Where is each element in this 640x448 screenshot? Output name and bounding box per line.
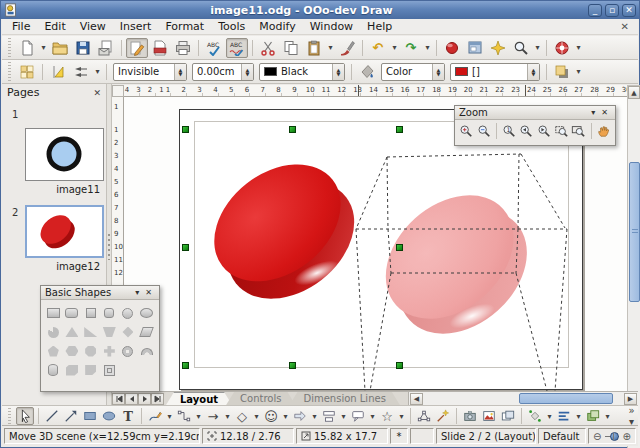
print-button[interactable] — [172, 38, 194, 58]
zoom-button[interactable] — [510, 38, 532, 58]
page-thumbnail-2-selected[interactable] — [25, 205, 104, 258]
insert-from-file-button[interactable] — [480, 407, 498, 425]
zoom-palette[interactable]: Zoom ▾ ✕ 1 — [454, 105, 616, 146]
flowchart-button[interactable] — [320, 407, 338, 425]
scroll-up-button[interactable]: ▲ — [628, 86, 640, 99]
zoom-dropdown-arrow[interactable]: ▾ — [533, 43, 542, 52]
gallery-button[interactable] — [487, 38, 509, 58]
curve-tool-button[interactable] — [146, 407, 164, 425]
text-tool-button[interactable]: T — [119, 407, 137, 425]
redo-button[interactable]: ↷ — [400, 38, 422, 58]
new-document-button[interactable] — [16, 38, 38, 58]
menu-help[interactable]: Help — [361, 19, 398, 34]
toolbar-grip[interactable] — [6, 38, 13, 56]
octagon-shape-button[interactable] — [82, 343, 99, 359]
hexagon-shape-button[interactable] — [64, 343, 81, 359]
toolbar-grip[interactable] — [6, 62, 13, 80]
toolbar-overflow-chevron[interactable]: »▾ — [627, 405, 636, 427]
line-dialog-button[interactable] — [47, 62, 69, 82]
tab-layout[interactable]: Layout — [166, 392, 232, 405]
zoom-page-button[interactable] — [553, 122, 569, 140]
pentagon-shape-button[interactable] — [45, 343, 62, 359]
save-button[interactable] — [72, 38, 94, 58]
menu-format[interactable]: Format — [159, 19, 210, 34]
alignment-dropdown[interactable]: ▾ — [574, 412, 583, 421]
zoom-page-width-button[interactable] — [570, 122, 586, 140]
cut-button[interactable] — [257, 38, 279, 58]
horizontal-scrollbar[interactable]: ◀ ▶ — [408, 392, 638, 405]
selection-handle-nw[interactable] — [182, 126, 189, 133]
tab-dimension-lines[interactable]: Dimension Lines — [289, 392, 399, 405]
open-button[interactable] — [49, 38, 71, 58]
line-style-combo[interactable]: Invisible ▲▼ — [113, 63, 187, 81]
maximize-button[interactable]: ▫ — [605, 4, 619, 17]
zoom-100-button[interactable]: 1 — [501, 122, 517, 140]
block-arc-shape-button[interactable] — [138, 343, 155, 359]
menu-insert[interactable]: Insert — [114, 19, 158, 34]
next-page-button[interactable] — [138, 393, 151, 405]
line-color-combo[interactable]: Black ▲▼ — [259, 63, 345, 81]
previous-page-button[interactable] — [125, 393, 138, 405]
connector-tool-button[interactable] — [175, 407, 193, 425]
menu-tools[interactable]: Tools — [212, 19, 251, 34]
glue-points-button[interactable] — [434, 407, 452, 425]
styles-button[interactable] — [16, 62, 38, 82]
menu-modify[interactable]: Modify — [253, 19, 301, 34]
fill-type-spinner[interactable]: ▲▼ — [432, 64, 444, 80]
edit-points-button[interactable] — [415, 407, 433, 425]
selection-handle-ne[interactable] — [396, 126, 403, 133]
copy-button[interactable] — [280, 38, 302, 58]
symbol-shapes-dropdown[interactable]: ▾ — [281, 412, 290, 421]
selection-handle-sw[interactable] — [182, 362, 189, 369]
last-page-button[interactable] — [151, 393, 164, 405]
shadow-button[interactable] — [551, 62, 573, 82]
symbol-shapes-button[interactable]: ☺ — [262, 407, 280, 425]
zoom-plus-icon[interactable]: ⊕ — [623, 431, 631, 442]
redo-dropdown-arrow[interactable]: ▾ — [423, 43, 432, 52]
right-triangle-shape-button[interactable] — [82, 324, 99, 340]
ring-shape-button[interactable] — [120, 343, 137, 359]
selection-handle-s[interactable] — [289, 362, 296, 369]
toolbar-overflow-arrow[interactable]: ▾ — [574, 67, 583, 76]
new-dropdown-arrow[interactable]: ▾ — [39, 43, 48, 52]
title-bar[interactable]: image11.odg - OOo-dev Draw _ ▫ ✕ — [1, 1, 639, 19]
menu-view[interactable]: View — [74, 19, 112, 34]
callouts-dropdown[interactable]: ▾ — [368, 412, 377, 421]
diamond-shape-button[interactable] — [120, 324, 137, 340]
paste-dropdown-arrow[interactable]: ▾ — [326, 43, 335, 52]
zoom-palette-titlebar[interactable]: Zoom ▾ ✕ — [455, 106, 615, 120]
rounded-square-shape-button[interactable] — [101, 305, 118, 321]
gallery-window-button[interactable] — [499, 407, 517, 425]
fill-type-combo[interactable]: Color ▲▼ — [381, 63, 445, 81]
line-width-spinner[interactable]: ▲▼ — [241, 64, 253, 80]
page-thumbnail-1[interactable] — [25, 128, 104, 181]
stars-dropdown[interactable]: ▾ — [397, 412, 406, 421]
arrange-dropdown[interactable]: ▾ — [603, 412, 612, 421]
vertical-scroll-thumb[interactable] — [629, 162, 640, 302]
line-style-spinner[interactable]: ▲▼ — [174, 64, 186, 80]
lines-arrows-button[interactable]: → — [204, 407, 222, 425]
arrow-style-dropdown[interactable]: ▾ — [93, 67, 102, 76]
pan-button[interactable] — [596, 122, 612, 140]
ellipse-tool-button[interactable] — [100, 407, 118, 425]
h-ruler[interactable]: 4321123456789101112131415161718192021222… — [124, 85, 627, 97]
zoom-minus-icon[interactable]: ⊖ — [593, 431, 601, 442]
insert-picture-button[interactable] — [461, 407, 479, 425]
block-arrows-dropdown[interactable]: ▾ — [310, 412, 319, 421]
basic-shapes-palette[interactable]: Basic Shapes ▾ ✕ — [40, 285, 160, 392]
line-tool-button[interactable] — [43, 407, 61, 425]
zoom-out-button[interactable] — [475, 122, 491, 140]
selection-handle-n[interactable] — [289, 126, 296, 133]
edit-file-button[interactable] — [126, 38, 148, 58]
circle-pie-shape-button[interactable] — [45, 324, 62, 340]
zoom-slider-track[interactable] — [605, 432, 618, 441]
minimize-button[interactable]: _ — [588, 4, 602, 17]
area-dialog-button[interactable] — [356, 62, 378, 82]
zoom-previous-button[interactable] — [518, 122, 534, 140]
cube-shape-button[interactable] — [64, 362, 81, 378]
help-button[interactable] — [551, 38, 573, 58]
select-button[interactable] — [16, 407, 34, 425]
square-shape-button[interactable] — [82, 305, 99, 321]
pages-panel-close-icon[interactable]: ✕ — [93, 88, 101, 98]
undo-button[interactable]: ↶ — [367, 38, 389, 58]
